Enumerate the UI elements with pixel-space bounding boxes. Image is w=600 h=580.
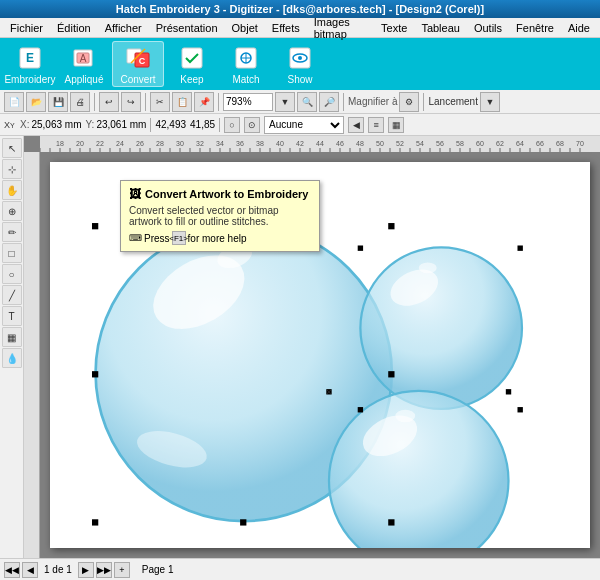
sep1 (94, 93, 95, 111)
coord-x-icon: X Y (4, 118, 18, 132)
tooltip-title: 🖼 Convert Artwork to Embroidery (129, 187, 311, 201)
tool-zoom[interactable]: ⊕ (2, 201, 22, 221)
menu-objet[interactable]: Objet (226, 20, 264, 36)
keep-button[interactable]: Keep (166, 41, 218, 87)
menu-bar: Fichier Édition Afficher Présentation Ob… (0, 18, 600, 38)
svg-text:60: 60 (476, 140, 484, 147)
launch-dropdown[interactable]: ▼ (480, 92, 500, 112)
tool-pencil[interactable]: ✏ (2, 222, 22, 242)
svg-rect-116 (388, 371, 394, 377)
svg-text:30: 30 (176, 140, 184, 147)
svg-text:40: 40 (276, 140, 284, 147)
save-button[interactable]: 💾 (48, 92, 68, 112)
coord-x: X Y X: 25,063 mm (4, 118, 81, 132)
tool-select[interactable]: ↖ (2, 138, 22, 158)
match-button[interactable]: Match (220, 41, 272, 87)
canvas-page[interactable]: × 🖼 Convert Artwork to Embroidery Conver… (50, 162, 590, 548)
applique-button[interactable]: A Appliqué (58, 41, 110, 87)
tool-dropper[interactable]: 💧 (2, 348, 22, 368)
undo-button[interactable]: ↩ (99, 92, 119, 112)
menu-afficher[interactable]: Afficher (99, 20, 148, 36)
secondary-toolbar: 📄 📂 💾 🖨 ↩ ↪ ✂ 📋 📌 ▼ 🔍 🔎 Magnifier à ⚙ La… (0, 90, 600, 114)
magnify-label: Magnifier à (348, 96, 397, 107)
embroidery-button[interactable]: E Embroidery (4, 41, 56, 87)
tool-select2[interactable]: ⊹ (2, 159, 22, 179)
svg-rect-119 (358, 245, 363, 250)
svg-text:44: 44 (316, 140, 324, 147)
menu-images[interactable]: Images bitmap (308, 14, 373, 42)
extra-btn1[interactable]: ◀ (348, 117, 364, 133)
keyboard-icon: ⌨ (129, 233, 142, 243)
svg-text:68: 68 (556, 140, 564, 147)
svg-text:70: 70 (576, 140, 584, 147)
svg-point-15 (298, 56, 302, 60)
svg-rect-111 (92, 223, 98, 229)
svg-point-107 (419, 263, 437, 274)
svg-rect-115 (92, 371, 98, 377)
zoom-in[interactable]: 🔍 (297, 92, 317, 112)
svg-text:26: 26 (136, 140, 144, 147)
menu-tableau[interactable]: Tableau (415, 20, 466, 36)
svg-rect-8 (182, 48, 202, 68)
menu-outils[interactable]: Outils (468, 20, 508, 36)
convert-icon: C (124, 44, 152, 72)
nav-add[interactable]: + (114, 562, 130, 578)
extra-btn3[interactable]: ▦ (388, 117, 404, 133)
menu-effets[interactable]: Effets (266, 20, 306, 36)
y-label: Y: (85, 119, 94, 130)
menu-fenetre[interactable]: Fenêtre (510, 20, 560, 36)
coord-sep2 (219, 118, 220, 132)
tool-ellipse[interactable]: ○ (2, 264, 22, 284)
svg-text:E: E (26, 51, 34, 65)
main-area: ↖ ⊹ ✋ ⊕ ✏ □ ○ ╱ T ▦ 💧 /* ruler ticks */ … (0, 136, 600, 558)
print-button[interactable]: 🖨 (70, 92, 90, 112)
launch-label: Lancement (428, 96, 477, 107)
nav-next[interactable]: ▶ (78, 562, 94, 578)
x-label: X: (20, 119, 29, 130)
sep2 (145, 93, 146, 111)
extra-btn2[interactable]: ≡ (368, 117, 384, 133)
nav-last[interactable]: ▶▶ (96, 562, 112, 578)
coords-bar: X Y X: 25,063 mm Y: 23,061 mm 42,493 41,… (0, 114, 600, 136)
paste-button[interactable]: 📌 (194, 92, 214, 112)
menu-presentation[interactable]: Présentation (150, 20, 224, 36)
svg-text:62: 62 (496, 140, 504, 147)
sep4 (343, 93, 344, 111)
tool-fill[interactable]: ▦ (2, 327, 22, 347)
sep3 (218, 93, 219, 111)
coord-btn2[interactable]: ⊙ (244, 117, 260, 133)
zoom-dropdown[interactable]: ▼ (275, 92, 295, 112)
embroidery-icon: E (16, 44, 44, 72)
coord-btn1[interactable]: ○ (224, 117, 240, 133)
nav-first[interactable]: ◀◀ (4, 562, 20, 578)
svg-rect-118 (240, 519, 246, 525)
menu-edition[interactable]: Édition (51, 20, 97, 36)
zoom-input[interactable] (223, 93, 273, 111)
menu-aide[interactable]: Aide (562, 20, 596, 36)
convert-button[interactable]: C Convert (112, 41, 164, 87)
match-icon (232, 44, 260, 72)
tool-text[interactable]: T (2, 306, 22, 326)
svg-rect-120 (517, 245, 522, 250)
menu-fichier[interactable]: Fichier (4, 20, 49, 36)
new-button[interactable]: 📄 (4, 92, 24, 112)
ruler-left (24, 152, 40, 558)
tool-shape[interactable]: □ (2, 243, 22, 263)
svg-point-105 (360, 247, 522, 409)
open-button[interactable]: 📂 (26, 92, 46, 112)
tool-pan[interactable]: ✋ (2, 180, 22, 200)
redo-button[interactable]: ↪ (121, 92, 141, 112)
nav-prev[interactable]: ◀ (22, 562, 38, 578)
ruler-top: /* ruler ticks */ 1820222426283032343638… (40, 136, 600, 152)
settings-button[interactable]: ⚙ (399, 92, 419, 112)
cut-button[interactable]: ✂ (150, 92, 170, 112)
dropdown-select[interactable]: Aucune (264, 116, 344, 134)
show-button[interactable]: Show (274, 41, 326, 87)
svg-text:28: 28 (156, 140, 164, 147)
menu-texte[interactable]: Texte (375, 20, 413, 36)
copy-button[interactable]: 📋 (172, 92, 192, 112)
svg-point-110 (395, 410, 415, 423)
tool-line[interactable]: ╱ (2, 285, 22, 305)
zoom-out[interactable]: 🔎 (319, 92, 339, 112)
svg-text:66: 66 (536, 140, 544, 147)
